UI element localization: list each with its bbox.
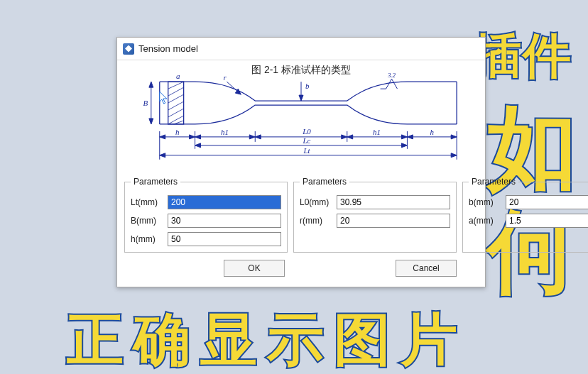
svg-text:h: h (430, 128, 435, 136)
svg-marker-13 (149, 119, 153, 124)
input-a[interactable] (506, 214, 588, 228)
svg-marker-39 (255, 135, 261, 139)
label-a: a(mm) (469, 216, 506, 226)
label-b-upper: B(mm) (131, 216, 168, 226)
input-h[interactable] (168, 232, 281, 246)
svg-text:B: B (143, 99, 148, 107)
svg-marker-35 (195, 135, 201, 139)
svg-line-6 (168, 94, 184, 103)
input-l0[interactable] (337, 195, 450, 209)
param-group-2: Parameters L0(mm) r(mm) (293, 177, 457, 253)
svg-text:h1: h1 (373, 128, 381, 136)
ok-button[interactable]: OK (224, 260, 285, 277)
svg-marker-20 (299, 95, 303, 101)
input-b-upper[interactable] (168, 214, 281, 228)
input-lt[interactable] (168, 195, 281, 209)
svg-text:b: b (305, 82, 310, 90)
overlay-plugin: 插件 (473, 31, 572, 79)
svg-line-4 (168, 82, 184, 89)
param-group-1: Parameters Lt(mm) B(mm) h(mm) (124, 177, 288, 253)
svg-text:a: a (176, 72, 180, 80)
param-group-3: Parameters b(mm) a(mm) (462, 177, 588, 253)
svg-text:h: h (175, 128, 180, 136)
label-r: r(mm) (300, 216, 337, 226)
svg-line-9 (168, 116, 184, 124)
svg-marker-47 (407, 135, 413, 139)
cancel-button[interactable]: Cancel (396, 260, 457, 277)
svg-marker-43 (347, 135, 353, 139)
svg-text:L0: L0 (302, 127, 311, 136)
svg-text:3.2: 3.2 (387, 72, 396, 79)
svg-marker-52 (401, 143, 407, 148)
specimen-diagram: 图 2-1 标准试样的类型 (117, 60, 485, 174)
svg-marker-56 (451, 153, 457, 158)
app-icon (123, 43, 134, 55)
titlebar[interactable]: Tension model (117, 38, 485, 60)
svg-marker-51 (195, 143, 201, 148)
label-lt: Lt(mm) (131, 197, 168, 207)
svg-text:h1: h1 (221, 128, 229, 136)
input-r[interactable] (337, 214, 450, 228)
svg-text:图 2-1 标准试样的类型: 图 2-1 标准试样的类型 (251, 64, 351, 75)
svg-marker-12 (149, 82, 153, 87)
label-l0: L0(mm) (300, 197, 337, 207)
svg-text:Lt: Lt (303, 146, 310, 155)
svg-text:r: r (223, 73, 227, 82)
param-group-1-legend: Parameters (131, 177, 180, 187)
label-h: h(mm) (131, 234, 168, 244)
param-group-2-legend: Parameters (300, 177, 349, 187)
svg-marker-48 (451, 135, 457, 139)
label-b-lower: b(mm) (469, 197, 506, 207)
overlay-bottom: 正确显示图片 (67, 312, 467, 368)
dialog-window: Tension model 图 2-1 标准试样的类型 (116, 37, 486, 287)
svg-text:Lc: Lc (303, 136, 311, 145)
svg-line-8 (168, 109, 184, 117)
input-b-lower[interactable] (506, 195, 588, 209)
svg-marker-31 (160, 135, 165, 139)
param-group-3-legend: Parameters (469, 177, 518, 187)
svg-marker-55 (160, 153, 165, 158)
svg-line-7 (168, 101, 184, 110)
svg-line-10 (174, 121, 184, 124)
svg-line-5 (168, 87, 184, 96)
window-title: Tension model (138, 43, 198, 54)
